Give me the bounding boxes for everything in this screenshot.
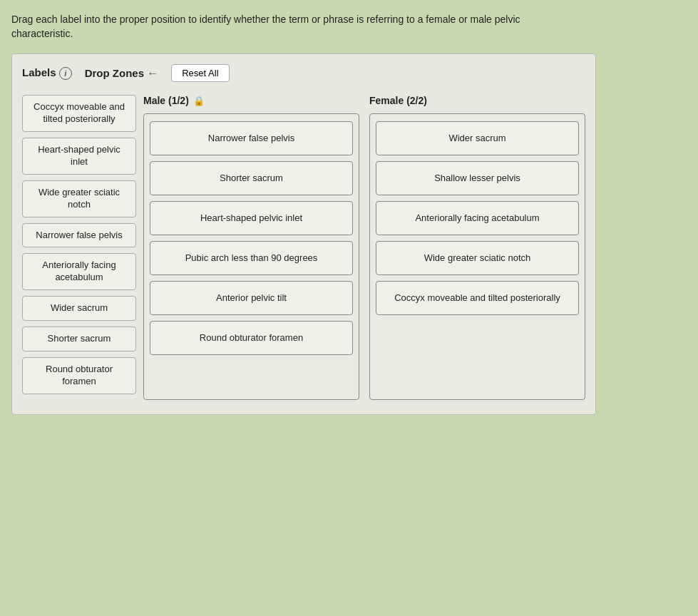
- label-card-l6[interactable]: Wider sacrum: [22, 296, 136, 321]
- female-header-text: Female (2/2): [369, 95, 427, 106]
- label-card-l5[interactable]: Anteriorally facing acetabulum: [22, 253, 136, 290]
- label-card-l1[interactable]: Coccyx moveable and tilted posteriorally: [22, 95, 136, 132]
- labels-column: Coccyx moveable and tilted posteriorally…: [22, 95, 136, 400]
- instruction-text: Drag each label into the proper position…: [11, 13, 568, 41]
- label-card-l3[interactable]: Wide greater sciatic notch: [22, 180, 136, 217]
- female-zone-item-1: Shallow lesser pelvis: [376, 161, 579, 195]
- labels-list: Coccyx moveable and tilted posteriorally…: [22, 95, 136, 394]
- female-zone-item-3: Wide greater sciatic notch: [376, 241, 579, 275]
- male-zone-item-4: Anterior pelvic tilt: [150, 281, 353, 315]
- lock-icon: 🔒: [193, 96, 205, 106]
- female-zone-item-0: Wider sacrum: [376, 121, 579, 155]
- female-zone-item-4: Coccyx moveable and tilted posteriorally: [376, 281, 579, 315]
- label-card-l2[interactable]: Heart-shaped pelvic inlet: [22, 138, 136, 175]
- labels-title-text: Labels: [22, 66, 56, 78]
- female-items-list: Wider sacrumShallow lesser pelvisAnterio…: [376, 121, 579, 315]
- reset-button[interactable]: Reset All: [171, 64, 229, 82]
- male-header-text: Male (1/2): [143, 95, 189, 106]
- drop-zones-title-text: Drop Zones: [85, 67, 144, 79]
- labels-section-title: Labels i: [22, 66, 72, 80]
- male-zone-item-5: Round obturator foramen: [150, 321, 353, 355]
- label-card-l4[interactable]: Narrower false pelvis: [22, 223, 136, 248]
- male-items-list: Narrower false pelvisShorter sacrumHeart…: [150, 121, 353, 355]
- label-card-l7[interactable]: Shorter sacrum: [22, 327, 136, 351]
- drop-zones-section-title: Drop Zones ←: [85, 67, 159, 80]
- male-zone-column: Male (1/2) 🔒 Narrower false pelvisShorte…: [143, 95, 359, 400]
- content-area: Coccyx moveable and tilted posteriorally…: [22, 95, 585, 400]
- female-zone-column: Female (2/2) Wider sacrumShallow lesser …: [369, 95, 585, 400]
- female-zone-item-2: Anteriorally facing acetabulum: [376, 201, 579, 235]
- male-zone-item-3: Pubic arch less than 90 degrees: [150, 241, 353, 275]
- arrow-icon: ←: [147, 67, 158, 79]
- male-zone-item-1: Shorter sacrum: [150, 161, 353, 195]
- male-zone-wrapper: Narrower false pelvisShorter sacrumHeart…: [143, 113, 359, 400]
- male-zone-item-2: Heart-shaped pelvic inlet: [150, 201, 353, 235]
- main-container: Labels i Drop Zones ← Reset All Coccyx m…: [11, 53, 596, 415]
- top-bar: Labels i Drop Zones ← Reset All: [22, 64, 585, 82]
- female-column-header: Female (2/2): [369, 95, 585, 106]
- zones-columns: Male (1/2) 🔒 Narrower false pelvisShorte…: [143, 95, 585, 400]
- drop-zones-area: Male (1/2) 🔒 Narrower false pelvisShorte…: [143, 95, 585, 400]
- male-zone-item-0: Narrower false pelvis: [150, 121, 353, 155]
- info-icon[interactable]: i: [59, 67, 72, 80]
- male-column-header: Male (1/2) 🔒: [143, 95, 359, 106]
- female-zone-wrapper: Wider sacrumShallow lesser pelvisAnterio…: [369, 113, 585, 400]
- label-card-l8[interactable]: Round obturator foramen: [22, 357, 136, 394]
